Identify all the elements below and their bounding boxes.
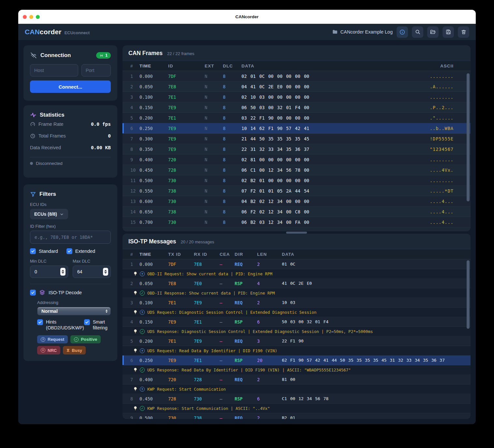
isotp-hint-row-5: ?UDS Request: Read Data By Identifier | …	[123, 346, 471, 355]
can-frame-row-11[interactable]: 110.500730N802 B2 01 00 00 00 00 00.....…	[123, 175, 471, 186]
open-log-button[interactable]	[427, 26, 439, 38]
isotp-message-row-1[interactable]: 10.0007DF7E8–REQ201 0C	[123, 259, 471, 269]
isotp-decode-toggle[interactable]: ISO-TP Decode	[30, 289, 111, 296]
busy-filter-badge[interactable]: ⧖Busy	[63, 346, 86, 354]
can-frame-row-10[interactable]: 100.450728N806 C1 00 12 34 56 78 00....4…	[123, 165, 471, 175]
request-filter-badge[interactable]: ?Request	[37, 335, 68, 343]
can-frame-row-1[interactable]: 10.0007DFN802 01 0C 00 00 00 00 00......…	[123, 71, 471, 81]
frame-data-cell: 04 B2 02 12 34 00 00 00	[241, 199, 396, 204]
can-frame-row-7[interactable]: 70.3007E9N821 44 50 35 35 35 35 45!DP555…	[123, 134, 471, 144]
filters-divider	[30, 284, 111, 284]
can-frame-row-14[interactable]: 140.650738N806 F2 02 12 34 00 C8 00....4…	[123, 207, 471, 217]
isotp-message-row-4[interactable]: 40.1507E97E1–RSP650 03 00 32 01 F4	[123, 317, 471, 327]
ecu-ids-dropdown[interactable]: ECUs (8/8)	[30, 209, 68, 219]
col-data: DATA	[282, 252, 471, 257]
minimize-window-button[interactable]	[29, 15, 33, 19]
frame-id-cell: 738	[168, 188, 205, 194]
check-circle-icon: ✓	[74, 337, 79, 342]
lightbulb-icon	[134, 387, 137, 392]
request-hint-icon: ?	[140, 348, 145, 353]
can-frames-rows: 10.0007DFN802 01 0C 00 00 00 00 00......…	[123, 71, 471, 231]
frame-number-cell: 8	[123, 147, 139, 152]
nrc-filter-badge[interactable]: ✕NRC	[37, 346, 60, 354]
message-data-cell: 22 F1 90	[282, 339, 471, 343]
message-number-cell: 3	[123, 300, 139, 305]
frame-id-cell: 7E9	[168, 126, 205, 131]
frame-id-cell: 730	[168, 178, 205, 183]
hint-text: OBD-II Request: Show current data | PID:…	[147, 271, 272, 276]
can-frame-row-4[interactable]: 40.1507E9N806 50 03 00 32 01 F4 00.P..2.…	[123, 102, 471, 113]
clear-button[interactable]	[458, 26, 469, 38]
statistics-panel: Statistics Frame Rate 0.0 fps Total Fram…	[23, 105, 117, 178]
response-hint-icon: ✓	[140, 406, 145, 411]
frame-number-cell: 4	[123, 105, 139, 110]
can-frame-row-13[interactable]: 130.600730N804 B2 02 12 34 00 00 00....4…	[123, 196, 471, 207]
busy-badge-label: Busy	[72, 348, 82, 353]
can-frame-row-5[interactable]: 50.2007E1N803 22 F1 90 00 00 00 00."....…	[123, 113, 471, 123]
col-number: #	[123, 252, 139, 257]
smart-filtering-label: Smart filtering	[93, 319, 111, 331]
host-input[interactable]	[30, 64, 78, 77]
can-frame-row-6[interactable]: 60.2507E9N810 14 62 F1 90 57 42 41..b..W…	[123, 123, 471, 134]
isotp-messages-panel: ISO-TP Messages 20 / 20 messages # TIME …	[123, 234, 471, 419]
message-cea-cell: –	[220, 377, 235, 382]
hint-text: UDS Request: Diagnostic Session Control …	[147, 310, 316, 315]
can-frames-scrollbar[interactable]	[467, 73, 470, 201]
isotp-message-row-2[interactable]: 20.0507E87E0–RSP441 0C 2E E0	[123, 279, 471, 288]
max-dlc-stepper[interactable]	[103, 268, 108, 276]
search-button[interactable]	[412, 26, 423, 38]
brand-secondary: corder	[40, 28, 62, 36]
message-time-cell: 0.200	[139, 339, 168, 344]
message-number-cell: 1	[123, 262, 139, 267]
frame-rate-label: Frame Rate	[38, 122, 64, 127]
connection-count-badge: 1	[96, 52, 111, 59]
id-filter-input[interactable]	[30, 231, 111, 244]
max-dlc-input[interactable]: 64	[73, 266, 111, 278]
frame-ascii-cell: .P..2...	[396, 105, 471, 110]
hints-toggle[interactable]: Hints (OBD2/UDS/KWP)	[37, 319, 84, 331]
lightbulb-icon	[134, 271, 137, 276]
extended-checkbox[interactable]: Extended	[66, 248, 95, 254]
isotp-message-row-8[interactable]: 80.450728730–RSP6C1 00 12 34 56 78	[123, 394, 471, 404]
zoom-window-button[interactable]	[36, 15, 40, 19]
min-dlc-stepper[interactable]	[60, 268, 65, 276]
info-button[interactable]	[397, 26, 408, 38]
can-frame-row-8[interactable]: 80.3507E9N822 31 32 33 34 35 36 37"12345…	[123, 144, 471, 154]
close-window-button[interactable]	[23, 15, 27, 19]
can-frame-row-12[interactable]: 120.550738N807 F2 01 01 05 2A 44 54.....…	[123, 186, 471, 196]
can-frame-row-15[interactable]: 150.700730N806 B2 03 12 34 00 FA 00....4…	[123, 217, 471, 227]
isotp-column-header: # TIME TX ID RX ID CEA DIR LEN DATA	[123, 249, 471, 259]
save-log-button[interactable]	[443, 26, 454, 38]
smart-filtering-toggle[interactable]: Smart filtering	[84, 319, 111, 331]
isotp-scrollbar[interactable]	[467, 260, 470, 329]
isotp-message-row-9[interactable]: 90.500730738–REQ2B2 01	[123, 413, 471, 419]
can-frame-row-2[interactable]: 20.0507E8N804 41 0C 2E E0 00 00 00.A....…	[123, 81, 471, 92]
frame-dlc-cell: 8	[223, 199, 241, 204]
isotp-message-row-7[interactable]: 70.400720728–REQ281 00	[123, 375, 471, 384]
can-frame-row-9[interactable]: 90.400720N802 81 00 00 00 00 00 00......…	[123, 154, 471, 165]
frame-data-cell: 04 41 0C 2E E0 00 00 00	[241, 84, 396, 89]
message-len-cell: 4	[257, 281, 282, 286]
addressing-select[interactable]: Normal	[37, 307, 111, 315]
can-frames-title: CAN Frames	[128, 50, 163, 57]
frame-number-cell: 2	[123, 84, 139, 89]
isotp-message-row-5[interactable]: 50.2007E17E9–REQ322 F1 90	[123, 336, 471, 346]
connection-title: Connection	[40, 52, 71, 59]
standard-checkbox[interactable]: Standard	[30, 248, 58, 254]
hint-text: KWP Response: Start Communication | ASCI…	[147, 406, 270, 411]
frame-data-cell: 02 10 03 00 00 00 00 00	[241, 94, 396, 100]
frame-id-cell: 730	[168, 199, 205, 204]
positive-filter-badge[interactable]: ✓Positive	[70, 335, 101, 343]
isotp-message-row-6[interactable]: 60.2507E97E1–RSP2062 F1 90 57 42 41 44 5…	[123, 355, 471, 365]
isotp-count: 20 / 20 messages	[181, 239, 214, 244]
message-txid-cell: 7E9	[168, 358, 194, 363]
can-frame-row-3[interactable]: 30.1007E1N802 10 03 00 00 00 00 00......…	[123, 92, 471, 102]
connect-button[interactable]: Connect...	[30, 80, 111, 93]
hints-label: Hints (OBD2/UDS/KWP)	[46, 319, 84, 331]
port-input[interactable]	[81, 64, 111, 77]
frame-id-cell: 7E1	[168, 94, 205, 100]
resize-handle[interactable]	[286, 232, 307, 234]
isotp-message-row-3[interactable]: 30.1007E17E9–REQ210 03	[123, 298, 471, 308]
ecu-ids-label: ECU IDs	[30, 202, 111, 207]
min-dlc-input[interactable]: 0	[30, 266, 68, 278]
